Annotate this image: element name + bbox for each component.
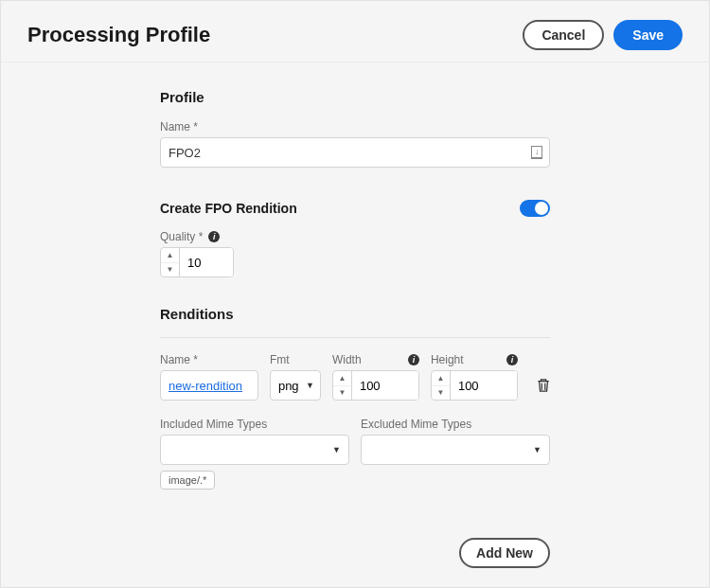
page-title: Processing Profile: [27, 23, 210, 47]
fpo-section-title: Create FPO Rendition: [160, 201, 297, 216]
rendition-name-input[interactable]: [160, 370, 258, 401]
fmt-value: png: [278, 379, 299, 393]
quality-input[interactable]: [180, 248, 233, 276]
chevron-up-icon[interactable]: ▲: [432, 371, 450, 386]
mime-tag[interactable]: image/.*: [160, 471, 215, 490]
height-label: Height: [431, 353, 464, 366]
chevron-up-icon[interactable]: ▲: [161, 248, 179, 263]
save-button[interactable]: Save: [613, 20, 683, 50]
info-icon: i: [506, 354, 518, 365]
chevron-up-icon[interactable]: ▲: [333, 371, 351, 386]
fmt-label: Fmt: [270, 353, 321, 366]
excluded-mime-select[interactable]: ▼: [361, 435, 550, 465]
included-mime-select[interactable]: ▼: [160, 435, 349, 465]
chevron-down-icon: ▼: [306, 381, 314, 390]
divider: [160, 337, 550, 338]
included-mime-label: Included Mime Types: [160, 418, 349, 431]
header-actions: Cancel Save: [523, 20, 683, 50]
profile-name-input[interactable]: [160, 137, 550, 168]
page-header: Processing Profile Cancel Save: [1, 1, 709, 62]
width-stepper[interactable]: ▲ ▼: [332, 370, 419, 401]
profile-name-label: Name *: [160, 120, 550, 134]
toggle-knob: [535, 202, 548, 215]
excluded-mime-label: Excluded Mime Types: [361, 418, 550, 431]
chevron-down-icon[interactable]: ▼: [333, 386, 351, 401]
cancel-button[interactable]: Cancel: [523, 20, 604, 50]
trash-icon[interactable]: [537, 377, 550, 394]
chevron-down-icon: ▼: [533, 445, 541, 454]
quality-label: Quality *: [160, 230, 203, 243]
chevron-down-icon[interactable]: ▼: [161, 263, 179, 277]
fmt-select[interactable]: png ▼: [270, 370, 321, 401]
info-icon: i: [208, 231, 220, 242]
chevron-down-icon: ▼: [332, 445, 341, 454]
profile-section-title: Profile: [160, 89, 550, 105]
quality-stepper[interactable]: ▲ ▼: [160, 247, 234, 277]
width-input[interactable]: [352, 371, 418, 400]
info-icon: i: [408, 354, 419, 365]
input-badge-icon: ↓: [531, 146, 542, 159]
add-new-button[interactable]: Add New: [459, 538, 550, 568]
chevron-down-icon[interactable]: ▼: [432, 386, 450, 401]
fpo-toggle[interactable]: [520, 200, 550, 217]
width-label: Width: [332, 353, 362, 366]
height-input[interactable]: [451, 371, 517, 400]
rendition-name-label: Name *: [160, 353, 258, 366]
renditions-section-title: Renditions: [160, 306, 550, 322]
height-stepper[interactable]: ▲ ▼: [431, 370, 518, 401]
